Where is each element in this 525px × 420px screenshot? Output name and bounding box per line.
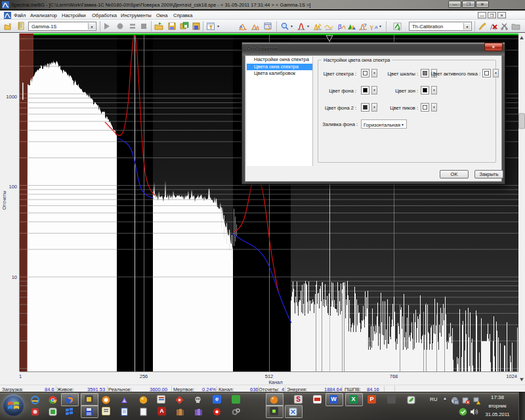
svg-text:1024: 1024 [506, 373, 517, 379]
svg-text:100: 100 [9, 184, 17, 190]
svg-text:1000: 1000 [6, 94, 17, 100]
svg-text:10: 10 [12, 274, 17, 280]
svg-text:Канал: Канал [268, 379, 282, 385]
svg-text:768: 768 [390, 373, 398, 379]
svg-text:1: 1 [19, 373, 22, 379]
svg-text:γ: γ [369, 22, 373, 30]
svg-text:β: β [338, 22, 342, 30]
svg-text:256: 256 [140, 373, 148, 379]
svg-text:Отсчеты: Отсчеты [1, 190, 7, 210]
svg-text:?: ? [364, 22, 367, 28]
